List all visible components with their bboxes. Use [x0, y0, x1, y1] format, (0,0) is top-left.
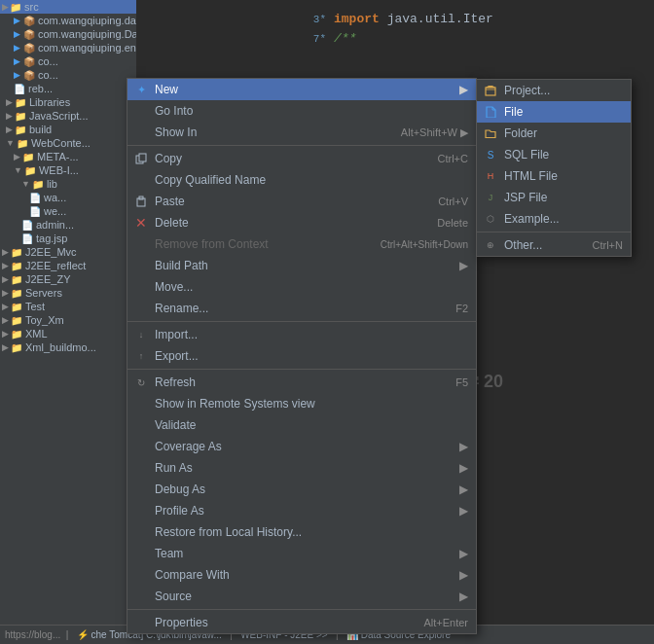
shortcut-label: Ctrl+V: [438, 196, 468, 207]
tree-item-webinf[interactable]: ▼ 📁 WEB-I...: [0, 163, 136, 177]
tree-item-lib[interactable]: ▼ 📁 lib: [0, 177, 136, 191]
copy-icon: [133, 151, 149, 166]
tree-item-xml-buildmo[interactable]: ▶ 📁 Xml_buildmo...: [0, 340, 136, 354]
tree-item-javascript[interactable]: ▶ 📁 JavaScript...: [0, 109, 136, 123]
tree-item-admin[interactable]: 📄 admin...: [0, 218, 136, 232]
tree-item-toy-xm[interactable]: ▶ 📁 Toy_Xm: [0, 313, 136, 327]
submenu-item-other[interactable]: ⊕ Other... Ctrl+N: [477, 234, 631, 256]
tree-label: we...: [44, 205, 66, 217]
tree-label: Xml_buildmo...: [25, 341, 96, 353]
tree-label: JavaScript...: [29, 110, 89, 122]
menu-item-delete[interactable]: ✕ Delete Delete: [127, 212, 476, 233]
submenu-separator: [477, 232, 631, 233]
tree-item-xml[interactable]: ▶ 📁 XML: [0, 327, 136, 340]
menu-item-label: Remove from Context: [155, 237, 361, 251]
submenu-item-sql[interactable]: S SQL File: [477, 144, 631, 165]
submenu-item-project[interactable]: Project...: [477, 80, 631, 101]
tree-item-tagjsp[interactable]: 📄 tag.jsp: [0, 232, 136, 245]
context-menu: ✦ New ▶ Project... File Folder: [127, 78, 477, 634]
menu-item-label: Rename...: [155, 302, 436, 315]
tree-label: com.wangqiuping.Dao02: [38, 28, 136, 40]
submenu-item-folder[interactable]: Folder: [477, 123, 631, 144]
tree-item-j2ee-zy[interactable]: ▶ 📁 J2EE_ZY: [0, 272, 136, 286]
submenu-item-jsp[interactable]: J JSP File: [477, 187, 631, 208]
tree-item-dao02[interactable]: ▶ 📦 com.wangqiuping.Dao02: [0, 27, 136, 41]
tree-label: Libraries: [29, 96, 70, 108]
menu-item-validate[interactable]: Validate: [127, 414, 476, 436]
menu-item-rename[interactable]: Rename... F2: [127, 298, 476, 319]
svg-rect-2: [139, 154, 146, 161]
paste-icon: [133, 194, 149, 209]
code-line-3: 3* import java.util.Iter: [302, 10, 654, 29]
tree-item-j2ee-mvc[interactable]: ▶ 📁 J2EE_Mvc: [0, 245, 136, 259]
submenu-item-html[interactable]: H HTML File: [477, 165, 631, 187]
tree-item-j2ee-reflect[interactable]: ▶ 📁 J2EE_reflect: [0, 259, 136, 272]
tree-item-co1[interactable]: ▶ 📦 co...: [0, 54, 136, 68]
submenu-arrow-icon: ▶: [459, 504, 468, 518]
menu-item-team[interactable]: Team ▶: [127, 543, 476, 564]
menu-item-go-into[interactable]: Go Into: [127, 100, 476, 122]
tree-item-wa[interactable]: 📄 wa...: [0, 191, 136, 204]
export-icon: ↑: [133, 348, 149, 364]
tree-label: co...: [38, 69, 58, 81]
submenu-arrow-icon: ▶: [459, 483, 468, 496]
submenu-item-example[interactable]: ⬡ Example...: [477, 208, 631, 230]
menu-item-coverage-as[interactable]: Coverage As ▶: [127, 436, 476, 457]
submenu-label: SQL File: [504, 148, 623, 161]
menu-item-remove-context: Remove from Context Ctrl+Alt+Shift+Down: [127, 233, 476, 255]
menu-item-paste[interactable]: Paste Ctrl+V: [127, 191, 476, 212]
tree-item-reb[interactable]: 📄 reb...: [0, 82, 136, 95]
menu-item-refresh[interactable]: ↻ Refresh F5: [127, 372, 476, 393]
menu-item-properties[interactable]: Properties Alt+Enter: [127, 612, 476, 633]
shortcut-label: Ctrl+C: [438, 153, 468, 164]
menu-item-label: Run As: [155, 461, 454, 475]
tree-label: XML: [25, 328, 48, 340]
tree-item-test[interactable]: ▶ 📁 Test: [0, 300, 136, 313]
jsp-icon: J: [483, 190, 498, 205]
tree-item-we[interactable]: 📄 we...: [0, 204, 136, 218]
tree-item-webcontent[interactable]: ▼ 📁 WebConte...: [0, 136, 136, 150]
tree-label: src: [24, 1, 39, 13]
tree-item-servers[interactable]: ▶ 📁 Servers: [0, 286, 136, 300]
menu-item-move[interactable]: Move...: [127, 276, 476, 298]
menu-item-debug-as[interactable]: Debug As ▶: [127, 479, 476, 500]
shortcut-label: Ctrl+Alt+Shift+Down: [381, 239, 468, 250]
tree-item-dao[interactable]: ▶ 📦 com.wangqiuping.dao: [0, 14, 136, 27]
menu-item-source[interactable]: Source ▶: [127, 586, 476, 607]
menu-item-label: Delete: [155, 216, 418, 230]
tree-label: tag.jsp: [36, 233, 67, 244]
tree-item-src[interactable]: ▶ 📁 src: [0, 0, 136, 14]
menu-item-new[interactable]: ✦ New ▶ Project... File Folder: [127, 79, 476, 100]
tree-item-entity[interactable]: ▶ 📦 com.wangqiuping.entity: [0, 41, 136, 54]
submenu-item-file[interactable]: File: [477, 101, 631, 123]
menu-item-copy-qualified[interactable]: Copy Qualified Name: [127, 169, 476, 191]
menu-item-import[interactable]: ↓ Import...: [127, 324, 476, 345]
menu-item-label: Show In: [155, 125, 382, 139]
tree-label: wa...: [44, 192, 66, 203]
line-number: 3*: [302, 10, 326, 29]
menu-item-copy[interactable]: Copy Ctrl+C: [127, 148, 476, 169]
menu-item-label: Restore from Local History...: [155, 525, 468, 539]
menu-item-show-remote[interactable]: Show in Remote Systems view: [127, 393, 476, 414]
menu-item-label: Team: [155, 547, 454, 560]
tree-item-libraries[interactable]: ▶ 📁 Libraries: [0, 95, 136, 109]
menu-item-restore-history[interactable]: Restore from Local History...: [127, 521, 476, 543]
menu-item-build-path[interactable]: Build Path ▶: [127, 255, 476, 276]
tree-item-meta[interactable]: ▶ 📁 META-...: [0, 150, 136, 163]
code-content: import java.util.Iter: [334, 10, 493, 29]
tree-label: admin...: [36, 219, 74, 231]
menu-item-show-in[interactable]: Show In Alt+Shift+W ▶: [127, 122, 476, 143]
menu-item-profile-as[interactable]: Profile As ▶: [127, 500, 476, 521]
refresh-icon: ↻: [133, 375, 149, 390]
tree-label: J2EE_ZY: [25, 273, 70, 285]
tree-item-co2[interactable]: ▶ 📦 co...: [0, 68, 136, 82]
file-tree: ▶ 📁 src ▶ 📦 com.wangqiuping.dao ▶ 📦 com.…: [0, 0, 136, 644]
line-number: 7*: [302, 29, 326, 49]
menu-item-export[interactable]: ↑ Export...: [127, 345, 476, 367]
tree-item-build[interactable]: ▶ 📁 build: [0, 123, 136, 136]
menu-item-compare-with[interactable]: Compare With ▶: [127, 564, 476, 586]
menu-item-label: Coverage As: [155, 440, 454, 453]
menu-item-label: Validate: [155, 418, 468, 432]
menu-item-run-as[interactable]: Run As ▶: [127, 457, 476, 479]
tree-label: reb...: [28, 83, 53, 94]
